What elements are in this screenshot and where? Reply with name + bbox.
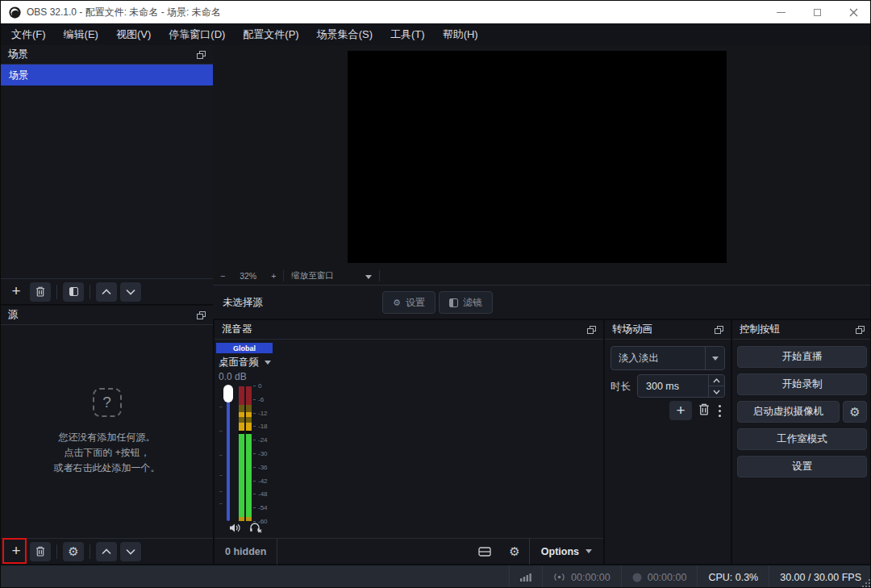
add-source-button[interactable]: + <box>6 542 27 561</box>
titlebar: OBS 32.1.0 - 配置文件: 未命名 - 场景: 未命名 <box>1 1 871 23</box>
obs-window: OBS 32.1.0 - 配置文件: 未命名 - 场景: 未命名 文件(F) 编… <box>0 0 871 588</box>
settings-button-label: 设置 <box>406 296 425 310</box>
mixer-layout-button[interactable] <box>469 547 500 557</box>
global-audio-badge: Global <box>216 343 273 353</box>
window-title: OBS 32.1.0 - 配置文件: 未命名 - 场景: 未命名 <box>27 6 221 19</box>
advanced-audio-button[interactable]: ⚙ <box>500 545 528 557</box>
record-timer: 00:00:00 <box>621 565 698 588</box>
source-filters-button[interactable]: 滤镜 <box>439 291 493 314</box>
sources-empty-state[interactable]: ? 您还没有添加任何源。 点击下面的 +按钮， 或者右击此处添加一个。 <box>1 325 213 538</box>
plus-icon: + <box>11 543 20 558</box>
scale-label: -18 <box>258 423 268 430</box>
maximize-button[interactable] <box>799 1 836 23</box>
move-source-up-button[interactable] <box>96 542 117 561</box>
start-streaming-button[interactable]: 开始直播 <box>737 346 867 368</box>
menu-view[interactable]: 视图(V) <box>107 23 160 46</box>
menu-docks[interactable]: 停靠窗口(D) <box>160 23 234 46</box>
fader-tick <box>219 431 223 432</box>
remove-transition-button[interactable] <box>698 403 710 419</box>
signal-bars-icon <box>520 573 531 582</box>
toolbar-separator <box>90 285 90 299</box>
scenes-dock: 场景 场景 + <box>1 45 213 304</box>
network-status <box>509 565 542 588</box>
scale-label: -24 <box>258 436 268 444</box>
fader-tick <box>219 475 223 476</box>
chevron-down-icon <box>265 361 271 365</box>
scene-item-label: 场景 <box>9 69 28 82</box>
dock-popout-icon[interactable] <box>715 326 723 334</box>
move-source-down-button[interactable] <box>120 542 141 561</box>
fader-tick <box>219 407 223 407</box>
zoom-fit-dropdown[interactable] <box>341 271 379 281</box>
menu-edit[interactable]: 编辑(E) <box>55 23 107 46</box>
menu-profile[interactable]: 配置文件(P) <box>234 23 307 46</box>
filters-icon <box>449 298 458 307</box>
fader-track <box>227 386 230 521</box>
question-mark-icon: ? <box>93 388 122 417</box>
zoom-level-value: 32% <box>232 271 264 281</box>
zoom-out-button[interactable]: − <box>213 271 232 281</box>
transition-properties-button[interactable] <box>715 405 725 417</box>
move-scene-up-button[interactable] <box>96 282 117 302</box>
scene-filters-button[interactable] <box>63 282 84 302</box>
mixer-options-button[interactable]: Options <box>530 546 603 557</box>
menu-help[interactable]: 帮助(H) <box>434 23 487 46</box>
close-button[interactable] <box>836 1 871 23</box>
add-transition-button[interactable]: + <box>669 401 692 420</box>
remove-scene-button[interactable] <box>30 282 51 302</box>
duration-label: 时长 <box>611 380 631 394</box>
dock-popout-icon[interactable] <box>856 326 865 334</box>
preview-canvas[interactable] <box>348 51 727 263</box>
meter-scale: 0 -6 -12 -18 -24 -30 -36 -42 -48 -54 -60 <box>253 382 274 525</box>
remove-source-button[interactable] <box>30 542 51 561</box>
sources-dock-header: 源 <box>1 306 213 325</box>
meter-bar-right <box>246 386 252 521</box>
plus-icon: + <box>676 402 685 418</box>
duration-spinbox[interactable]: 300 ms <box>637 374 725 398</box>
fader-tick <box>219 503 223 504</box>
zoom-fit-mode-label[interactable]: 缩放至窗口 <box>284 270 341 281</box>
scale-label: -42 <box>258 477 268 485</box>
menu-file[interactable]: 文件(F) <box>2 23 55 46</box>
record-time-value: 00:00:00 <box>648 572 687 583</box>
fader-tick <box>219 491 223 492</box>
scale-label: -48 <box>258 490 268 498</box>
audio-channel-name[interactable]: 桌面音频 <box>219 356 271 369</box>
zoom-in-button[interactable]: + <box>264 271 283 281</box>
move-scene-down-button[interactable] <box>120 282 141 302</box>
scene-list-item[interactable]: 场景 <box>1 65 213 85</box>
menu-tools[interactable]: 工具(T) <box>381 23 434 46</box>
resize-grip-icon[interactable] <box>862 579 870 587</box>
transition-select[interactable]: 淡入淡出 <box>611 346 725 370</box>
mute-toggle-button[interactable] <box>229 522 241 536</box>
dock-popout-icon[interactable] <box>197 311 206 319</box>
start-recording-button[interactable]: 开始录制 <box>737 373 867 395</box>
preview-region[interactable] <box>213 45 871 267</box>
scale-label: -36 <box>258 464 268 471</box>
maximize-icon <box>814 9 821 16</box>
add-scene-button[interactable]: + <box>6 282 27 302</box>
virtual-camera-config-button[interactable]: ⚙ <box>843 401 867 423</box>
settings-button[interactable]: 设置 <box>737 456 867 477</box>
controls-dock-header: 控制按钮 <box>732 320 871 340</box>
volume-fader[interactable] <box>223 386 234 521</box>
source-settings-button[interactable]: ⚙ 设置 <box>382 291 436 314</box>
studio-mode-button[interactable]: 工作室模式 <box>737 428 867 450</box>
minimize-button[interactable] <box>763 1 799 23</box>
monitor-off-button[interactable] <box>249 522 262 536</box>
start-virtual-camera-button[interactable]: 启动虚拟摄像机 <box>737 401 840 423</box>
dock-popout-icon[interactable] <box>197 51 206 59</box>
spin-down-button[interactable] <box>709 386 724 397</box>
spin-up-button[interactable] <box>709 375 724 386</box>
rows-layout-icon <box>478 547 491 557</box>
volume-meter <box>239 386 252 521</box>
menu-scene-collection[interactable]: 场景集合(S) <box>308 23 381 46</box>
hidden-count-label: 0 hidden <box>215 546 277 557</box>
dock-popout-icon[interactable] <box>587 326 596 334</box>
minimize-icon <box>777 12 786 13</box>
filters-button-label: 滤镜 <box>463 296 482 310</box>
cpu-usage: CPU: 0.3% <box>697 565 769 588</box>
status-bar: 00:00:00 00:00:00 CPU: 0.3% 30.00 / 30.0… <box>1 565 871 588</box>
source-properties-button[interactable]: ⚙ <box>63 542 84 561</box>
fader-handle[interactable] <box>223 385 233 402</box>
